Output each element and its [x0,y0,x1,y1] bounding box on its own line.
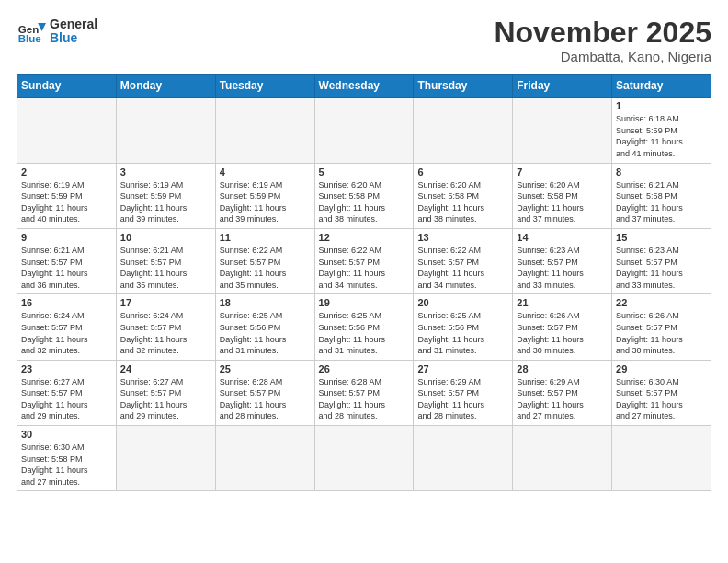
calendar-cell: 6Sunrise: 6:20 AM Sunset: 5:58 PM Daylig… [414,163,513,228]
day-info: Sunrise: 6:24 AM Sunset: 5:57 PM Dayligh… [120,310,211,356]
day-info: Sunrise: 6:19 AM Sunset: 5:59 PM Dayligh… [120,179,211,225]
week-row-6: 30Sunrise: 6:30 AM Sunset: 5:58 PM Dayli… [17,426,711,491]
location-subtitle: Dambatta, Kano, Nigeria [494,49,711,64]
day-number: 10 [120,232,211,243]
calendar-cell: 16Sunrise: 6:24 AM Sunset: 5:57 PM Dayli… [17,294,117,360]
calendar-cell: 9Sunrise: 6:21 AM Sunset: 5:57 PM Daylig… [17,228,117,293]
day-info: Sunrise: 6:21 AM Sunset: 5:58 PM Dayligh… [616,179,707,225]
calendar-cell: 22Sunrise: 6:26 AM Sunset: 5:57 PM Dayli… [612,294,711,360]
day-info: Sunrise: 6:20 AM Sunset: 5:58 PM Dayligh… [517,179,608,225]
calendar-cell: 23Sunrise: 6:27 AM Sunset: 5:57 PM Dayli… [17,360,117,425]
day-info: Sunrise: 6:23 AM Sunset: 5:57 PM Dayligh… [517,245,608,291]
calendar-cell: 29Sunrise: 6:30 AM Sunset: 5:57 PM Dayli… [612,360,711,425]
calendar-cell: 2Sunrise: 6:19 AM Sunset: 5:59 PM Daylig… [17,163,117,228]
day-info: Sunrise: 6:20 AM Sunset: 5:58 PM Dayligh… [417,179,508,225]
calendar-cell: 20Sunrise: 6:25 AM Sunset: 5:56 PM Dayli… [414,294,513,360]
calendar-cell: 12Sunrise: 6:22 AM Sunset: 5:57 PM Dayli… [314,228,414,293]
calendar-cell [17,98,117,163]
day-number: 16 [21,297,112,308]
day-info: Sunrise: 6:27 AM Sunset: 5:57 PM Dayligh… [21,376,112,422]
svg-marker-2 [38,23,46,31]
day-number: 2 [21,167,112,178]
calendar-cell: 28Sunrise: 6:29 AM Sunset: 5:57 PM Dayli… [513,360,612,425]
weekday-header-thursday: Thursday [414,75,513,98]
day-info: Sunrise: 6:29 AM Sunset: 5:57 PM Dayligh… [417,376,508,422]
calendar-cell: 26Sunrise: 6:28 AM Sunset: 5:57 PM Dayli… [314,360,414,425]
day-info: Sunrise: 6:27 AM Sunset: 5:57 PM Dayligh… [120,376,211,422]
day-number: 17 [120,297,211,308]
svg-text:Blue: Blue [18,33,42,44]
calendar-cell: 27Sunrise: 6:29 AM Sunset: 5:57 PM Dayli… [414,360,513,425]
weekday-header-row: SundayMondayTuesdayWednesdayThursdayFrid… [17,75,711,98]
calendar-cell: 14Sunrise: 6:23 AM Sunset: 5:57 PM Dayli… [513,228,612,293]
month-title: November 2025 [494,17,711,49]
calendar-cell: 19Sunrise: 6:25 AM Sunset: 5:56 PM Dayli… [314,294,414,360]
calendar-cell: 15Sunrise: 6:23 AM Sunset: 5:57 PM Dayli… [612,228,711,293]
week-row-2: 2Sunrise: 6:19 AM Sunset: 5:59 PM Daylig… [17,163,711,228]
day-info: Sunrise: 6:30 AM Sunset: 5:58 PM Dayligh… [21,442,112,488]
calendar-cell [116,426,215,491]
day-number: 11 [220,232,311,243]
day-info: Sunrise: 6:20 AM Sunset: 5:58 PM Dayligh… [319,179,410,225]
day-info: Sunrise: 6:26 AM Sunset: 5:57 PM Dayligh… [616,310,707,356]
calendar-cell: 5Sunrise: 6:20 AM Sunset: 5:58 PM Daylig… [314,163,414,228]
calendar-cell: 10Sunrise: 6:21 AM Sunset: 5:57 PM Dayli… [116,228,215,293]
day-info: Sunrise: 6:18 AM Sunset: 5:59 PM Dayligh… [616,113,707,159]
day-info: Sunrise: 6:23 AM Sunset: 5:57 PM Dayligh… [616,245,707,291]
day-info: Sunrise: 6:19 AM Sunset: 5:59 PM Dayligh… [220,179,311,225]
day-info: Sunrise: 6:21 AM Sunset: 5:57 PM Dayligh… [120,245,211,291]
day-info: Sunrise: 6:26 AM Sunset: 5:57 PM Dayligh… [517,310,608,356]
calendar-cell [414,426,513,491]
day-number: 29 [616,363,707,374]
day-number: 18 [220,297,311,308]
logo: Gen Blue General Blue [17,17,97,46]
day-number: 12 [319,232,410,243]
day-info: Sunrise: 6:24 AM Sunset: 5:57 PM Dayligh… [21,310,112,356]
day-number: 21 [517,297,608,308]
day-info: Sunrise: 6:19 AM Sunset: 5:59 PM Dayligh… [21,179,112,225]
week-row-5: 23Sunrise: 6:27 AM Sunset: 5:57 PM Dayli… [17,360,711,425]
day-info: Sunrise: 6:21 AM Sunset: 5:57 PM Dayligh… [21,245,112,291]
calendar-cell [215,98,314,163]
day-number: 3 [120,167,211,178]
day-number: 13 [417,232,508,243]
calendar-cell [314,98,414,163]
day-number: 19 [319,297,410,308]
calendar-cell: 18Sunrise: 6:25 AM Sunset: 5:56 PM Dayli… [215,294,314,360]
calendar-cell: 30Sunrise: 6:30 AM Sunset: 5:58 PM Dayli… [17,426,117,491]
day-info: Sunrise: 6:30 AM Sunset: 5:57 PM Dayligh… [616,376,707,422]
day-info: Sunrise: 6:25 AM Sunset: 5:56 PM Dayligh… [417,310,508,356]
calendar-cell: 7Sunrise: 6:20 AM Sunset: 5:58 PM Daylig… [513,163,612,228]
day-number: 9 [21,232,112,243]
weekday-header-tuesday: Tuesday [215,75,314,98]
calendar-cell: 11Sunrise: 6:22 AM Sunset: 5:57 PM Dayli… [215,228,314,293]
day-info: Sunrise: 6:22 AM Sunset: 5:57 PM Dayligh… [220,245,311,291]
day-number: 23 [21,363,112,374]
calendar-cell [513,426,612,491]
day-number: 26 [319,363,410,374]
weekday-header-sunday: Sunday [17,75,117,98]
calendar-cell: 8Sunrise: 6:21 AM Sunset: 5:58 PM Daylig… [612,163,711,228]
day-number: 25 [220,363,311,374]
day-number: 27 [417,363,508,374]
calendar-cell [414,98,513,163]
day-info: Sunrise: 6:25 AM Sunset: 5:56 PM Dayligh… [319,310,410,356]
day-number: 4 [220,167,311,178]
day-info: Sunrise: 6:22 AM Sunset: 5:57 PM Dayligh… [417,245,508,291]
calendar-cell [612,426,711,491]
day-number: 7 [517,167,608,178]
title-block: November 2025 Dambatta, Kano, Nigeria [494,17,711,64]
day-number: 8 [616,167,707,178]
weekday-header-friday: Friday [513,75,612,98]
calendar-cell [116,98,215,163]
day-number: 5 [319,167,410,178]
calendar-cell: 4Sunrise: 6:19 AM Sunset: 5:59 PM Daylig… [215,163,314,228]
calendar-table: SundayMondayTuesdayWednesdayThursdayFrid… [17,74,711,491]
day-number: 28 [517,363,608,374]
day-number: 22 [616,297,707,308]
day-info: Sunrise: 6:29 AM Sunset: 5:57 PM Dayligh… [517,376,608,422]
day-info: Sunrise: 6:25 AM Sunset: 5:56 PM Dayligh… [220,310,311,356]
calendar-cell: 17Sunrise: 6:24 AM Sunset: 5:57 PM Dayli… [116,294,215,360]
calendar-cell: 21Sunrise: 6:26 AM Sunset: 5:57 PM Dayli… [513,294,612,360]
day-number: 14 [517,232,608,243]
